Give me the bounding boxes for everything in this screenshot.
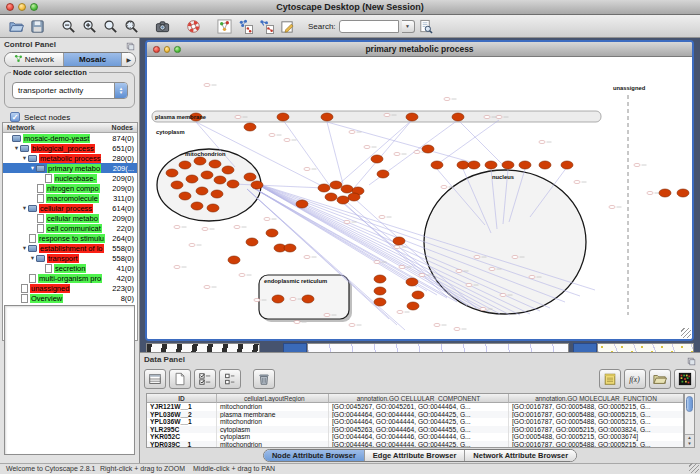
expand-triangle-icon[interactable]: ▼: [21, 245, 28, 251]
network-node-unselected[interactable]: [399, 265, 405, 268]
network-node-selected[interactable]: [186, 175, 198, 183]
network-node-selected[interactable]: [201, 171, 213, 179]
network-node-selected[interactable]: [296, 200, 308, 208]
network-node-unselected[interactable]: [284, 138, 290, 141]
network-node-unselected[interactable]: [239, 273, 245, 276]
column-header[interactable]: annotation.GO CELLULAR_COMPONENT: [329, 394, 509, 403]
network-node-unselected[interactable]: [441, 185, 447, 188]
network-node-unselected[interactable]: [539, 140, 545, 143]
network-node-unselected[interactable]: [294, 320, 300, 323]
table-cell[interactable]: cytoplasm: [217, 426, 329, 434]
network-node-selected[interactable]: [207, 204, 219, 212]
network-node-selected[interactable]: [222, 166, 234, 174]
table-cell[interactable]: mitochondrion: [217, 418, 329, 426]
save-session-button[interactable]: [27, 17, 48, 36]
table-cell[interactable]: YJR121W__1: [147, 403, 217, 411]
table-cell[interactable]: [GO:0044464, GO:0044444, GO:0044425, G..…: [329, 411, 509, 419]
close-icon[interactable]: [153, 46, 160, 53]
network-node-selected[interactable]: [214, 176, 226, 184]
network-node-selected[interactable]: [272, 295, 284, 303]
network-node-unselected[interactable]: [529, 275, 535, 278]
network-tree-item[interactable]: macromolecule311(0): [3, 193, 137, 203]
network-edge[interactable]: [327, 122, 343, 184]
delete-attribute-button[interactable]: [253, 369, 275, 389]
network-node-unselected[interactable]: [344, 220, 350, 223]
network-tree-item[interactable]: ▼biological_process651(0): [3, 143, 137, 153]
network-node-unselected[interactable]: [394, 152, 400, 155]
network-node-selected[interactable]: [431, 161, 443, 169]
table-cell[interactable]: [GO:0016787, GO:0005215, GO:0003824, G..…: [509, 426, 683, 434]
network-node-selected[interactable]: [374, 287, 386, 295]
network-node-selected[interactable]: [348, 193, 360, 201]
table-cell[interactable]: [GO:0044464, GO:0044446, GO:0044444, G..…: [329, 433, 509, 441]
network-node-selected[interactable]: [211, 190, 223, 198]
node-color-select[interactable]: transporter activity ▲▼: [12, 82, 128, 99]
network-window-controls[interactable]: [153, 46, 181, 53]
network-node-unselected[interactable]: [512, 255, 518, 258]
resize-grip[interactable]: [681, 328, 691, 338]
table-row[interactable]: YPL036W__2plasma membrane[GO:0044464, GO…: [147, 411, 683, 419]
network-node-selected[interactable]: [561, 161, 573, 169]
table-row[interactable]: YLR295Ccytoplasm[GO:0045263, GO:0044464,…: [147, 426, 683, 434]
network-edge[interactable]: [458, 120, 503, 165]
network-node-selected[interactable]: [277, 113, 289, 121]
network-node-unselected[interactable]: [480, 307, 486, 310]
minimize-icon[interactable]: [18, 3, 26, 11]
network-canvas[interactable]: plasma membranecytoplasmmitochondrionnuc…: [147, 57, 692, 339]
tab-network[interactable]: Network: [5, 53, 64, 66]
table-cell[interactable]: YPL036W__2: [147, 411, 217, 419]
network-node-selected[interactable]: [191, 202, 203, 210]
take-snapshot-button[interactable]: [152, 17, 173, 36]
network-tree-item[interactable]: cellular metabo209(0): [3, 213, 137, 223]
create-network-button[interactable]: [214, 17, 235, 36]
network-node-unselected[interactable]: [349, 130, 355, 133]
network-tree-item[interactable]: ▼metabolic process280(0): [3, 153, 137, 163]
network-node-selected[interactable]: [406, 113, 418, 121]
network-node-unselected[interactable]: [254, 298, 260, 301]
network-tree-item[interactable]: ▼primary metabo209(...: [3, 163, 137, 173]
network-node-selected[interactable]: [179, 192, 191, 200]
network-node-unselected[interactable]: [349, 323, 355, 326]
background-window-fragment[interactable]: [307, 343, 569, 352]
table-cell[interactable]: [GO:0044464, GO:0044444, GO:0044425, G..…: [329, 418, 509, 426]
table-row[interactable]: YKR052Ccytoplasm[GO:0044464, GO:0044446,…: [147, 433, 683, 441]
table-cell[interactable]: YLR295C: [147, 426, 217, 434]
table-scrollbar[interactable]: ▲▼: [684, 393, 695, 448]
network-node-selected[interactable]: [171, 181, 183, 189]
table-cell[interactable]: [GO:0016787, GO:0005488, GO:0005215, G..…: [509, 418, 683, 426]
resize-grip[interactable]: [689, 463, 699, 473]
network-node-unselected[interactable]: [304, 167, 310, 170]
network-node-unselected[interactable]: [189, 243, 195, 246]
background-window-fragment[interactable]: [597, 343, 694, 352]
table-cell[interactable]: YKR052C: [147, 433, 217, 441]
expand-triangle-icon[interactable]: ▼: [21, 155, 28, 161]
network-node-selected[interactable]: [412, 291, 424, 299]
table-cell[interactable]: YDR039C__1: [147, 441, 217, 448]
network-node-unselected[interactable]: [609, 205, 615, 208]
network-tree-item[interactable]: ▼transport558(0): [3, 253, 137, 263]
network-node-unselected[interactable]: [500, 293, 506, 296]
advanced-search-button[interactable]: [415, 17, 436, 36]
expand-triangle-icon[interactable]: ▼: [29, 165, 36, 171]
network-node-unselected[interactable]: [304, 255, 310, 258]
open-file-button[interactable]: [6, 17, 27, 36]
network-node-unselected[interactable]: [496, 115, 502, 118]
network-node-selected[interactable]: [485, 161, 497, 169]
network-node-selected[interactable]: [284, 244, 296, 252]
zoom-fit-button[interactable]: [100, 17, 121, 36]
background-window-fragment[interactable]: [573, 343, 597, 352]
network-node-unselected[interactable]: [474, 255, 480, 258]
network-node-unselected[interactable]: [234, 225, 240, 228]
network-node-unselected[interactable]: [419, 273, 425, 276]
network-tree-item[interactable]: mosaic-demo-yeast874(0): [3, 133, 137, 143]
table-row[interactable]: YJR121W__1mitochondrion[GO:0045267, GO:0…: [147, 403, 683, 411]
column-header[interactable]: ID: [147, 394, 217, 403]
network-graph[interactable]: plasma membranecytoplasmmitochondrionnuc…: [147, 57, 692, 341]
background-window-fragment[interactable]: [146, 343, 260, 352]
tab-edge-attribute-browser[interactable]: Edge Attribute Browser: [365, 450, 465, 461]
network-node-selected[interactable]: [251, 181, 263, 189]
network-node-selected[interactable]: [457, 161, 469, 169]
network-tree-item[interactable]: nitrogen compo209(0): [3, 183, 137, 193]
zoom-window-icon[interactable]: [174, 46, 181, 53]
column-header[interactable]: annotation.GO MOLECULAR_FUNCTION: [509, 394, 683, 403]
